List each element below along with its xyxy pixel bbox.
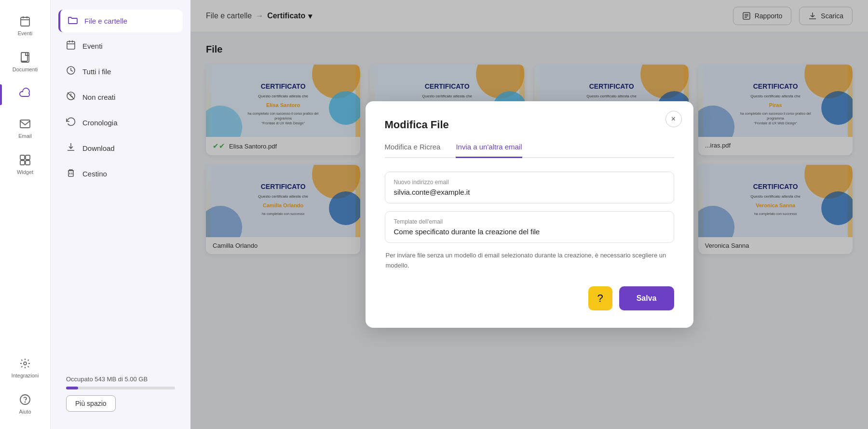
email-field-value: silvia.conte@example.it (394, 188, 665, 196)
documents-label: Documenti (13, 67, 38, 72)
integrations-label: Integrazioni (12, 373, 39, 378)
email-field-label: Nuovo indirizzo email (394, 179, 665, 186)
nav-non-creati-label: Non creati (82, 93, 115, 101)
save-button[interactable]: Salva (619, 286, 674, 310)
tab-modifica-label: Modifica e Ricrea (385, 143, 441, 151)
email-label: Email (18, 133, 32, 139)
modal-overlay: Modifica File × Modifica e Ricrea Invia … (190, 0, 868, 429)
svg-rect-10 (26, 161, 30, 165)
modal: Modifica File × Modifica e Ricrea Invia … (366, 101, 693, 328)
template-field-container: Template dell'email Come specificato dur… (385, 211, 674, 243)
svg-rect-21 (68, 171, 73, 176)
svg-rect-4 (21, 53, 27, 61)
email-field-container: Nuovo indirizzo email silvia.conte@examp… (385, 172, 674, 203)
nav-item-download[interactable]: Download (58, 136, 183, 160)
nav-history-icon (66, 117, 76, 129)
nav-item-eventi[interactable]: Eventi (58, 34, 183, 58)
sidebar-icon-events[interactable]: Eventi (0, 10, 50, 41)
sidebar-icon-email[interactable]: Email (0, 112, 50, 144)
widget-icon (18, 153, 32, 167)
sidebar-icon-cloud[interactable] (0, 82, 50, 107)
help-question-icon: ? (597, 292, 603, 305)
nav-clock-icon (66, 66, 76, 78)
modal-close-button[interactable]: × (665, 111, 682, 127)
modal-title: Modifica File (385, 119, 674, 131)
sidebar-icon-widget[interactable]: Widget (0, 148, 50, 180)
nav-download-icon (66, 142, 76, 154)
nav-download-label: Download (82, 144, 115, 152)
svg-rect-7 (20, 155, 25, 160)
calendar-icon (18, 14, 32, 28)
nav-item-cronologia[interactable]: Cronologia (58, 111, 183, 134)
modal-tabs: Modifica e Ricrea Invia a un'altra email (385, 143, 674, 158)
nav-item-file-cartelle[interactable]: File e cartelle (58, 10, 183, 32)
integrations-icon (18, 357, 32, 370)
nav-sidebar: File e cartelle Eventi Tutti i file (51, 0, 190, 429)
tab-invia[interactable]: Invia a un'altra email (456, 143, 522, 158)
document-icon (18, 51, 32, 64)
nav-file-cartelle-label: File e cartelle (84, 17, 127, 25)
sidebar-icon-documents[interactable]: Documenti (0, 46, 50, 77)
modal-actions: ? Salva (385, 286, 674, 310)
nav-eventi-label: Eventi (82, 42, 103, 50)
widget-label: Widget (17, 169, 33, 175)
sidebar-icon-help[interactable]: Aiuto (0, 388, 50, 419)
tab-invia-label: Invia a un'altra email (456, 143, 522, 151)
help-label: Aiuto (19, 409, 31, 415)
help-icon (18, 393, 32, 406)
email-icon (18, 117, 32, 131)
nav-clock2-icon (66, 91, 76, 103)
svg-point-12 (20, 395, 30, 404)
nav-cestino-label: Cestino (82, 170, 107, 178)
template-field-value: Come specificato durante la creazione de… (394, 228, 665, 236)
help-button[interactable]: ? (588, 286, 612, 310)
cloud-icon (18, 87, 32, 100)
nav-calendar-icon (66, 40, 76, 52)
svg-rect-8 (26, 155, 30, 160)
svg-rect-0 (21, 17, 29, 26)
svg-point-13 (25, 402, 26, 402)
nav-item-cestino[interactable]: Cestino (58, 162, 183, 186)
storage-bar (66, 387, 175, 389)
nav-trash-icon (66, 168, 76, 180)
folder-icon (68, 15, 78, 27)
storage-bar-fill (66, 387, 78, 389)
storage-label: Occupato 543 MB di 5.00 GB (66, 375, 175, 383)
nav-tutti-file-label: Tutti i file (82, 67, 111, 76)
nav-cronologia-label: Cronologia (82, 119, 118, 127)
tab-modifica[interactable]: Modifica e Ricrea (385, 143, 441, 157)
sidebar-icon-integrations[interactable]: Integrazioni (0, 352, 50, 383)
main-content: File e cartelle → Certificato ▾ Rapporto (190, 0, 868, 429)
more-space-button[interactable]: Più spazio (66, 395, 116, 412)
svg-rect-6 (20, 120, 30, 128)
icon-sidebar: Eventi Documenti Email (0, 0, 51, 429)
storage-section: Occupato 543 MB di 5.00 GB Più spazio (58, 368, 183, 419)
nav-item-tutti-file[interactable]: Tutti i file (58, 60, 183, 83)
nav-item-non-creati[interactable]: Non creati (58, 85, 183, 109)
svg-point-11 (24, 362, 27, 365)
modal-info-text: Per inviare file senza un modello di ema… (385, 251, 674, 271)
svg-rect-9 (20, 161, 25, 165)
events-label: Eventi (18, 30, 33, 36)
template-field-label: Template dell'email (394, 218, 665, 225)
svg-rect-14 (67, 41, 75, 49)
